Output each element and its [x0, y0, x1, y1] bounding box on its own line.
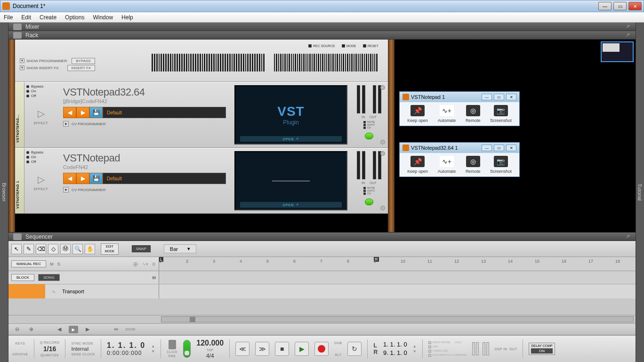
expand-icon[interactable]: ↗ — [624, 32, 631, 39]
preset-prev[interactable]: ◀ — [63, 107, 76, 118]
minimize-icon[interactable]: — — [482, 145, 492, 151]
menu-help[interactable]: Help — [121, 14, 133, 21]
menu-window[interactable]: Window — [93, 14, 113, 21]
wave-icon[interactable]: ∿▾ — [142, 262, 148, 266]
power-button[interactable] — [365, 133, 373, 139]
mixer-collapse[interactable] — [13, 24, 22, 30]
device-tab[interactable]: VSTNOTEPAD... — [15, 82, 24, 147]
horizontal-scrollbar[interactable] — [161, 316, 634, 322]
preset-name[interactable]: Default — [103, 107, 226, 118]
device-tab[interactable]: VSTNOTEPAD 1 — [15, 148, 24, 213]
metronome-icon[interactable] — [169, 340, 176, 349]
record-button[interactable] — [314, 342, 329, 356]
preset-next[interactable]: ▶ — [76, 107, 89, 118]
insertfx-button[interactable]: INSERT FX — [67, 65, 96, 71]
close-button[interactable]: ✕ — [628, 2, 642, 10]
transport-lane[interactable] — [159, 284, 636, 298]
menu-create[interactable]: Create — [40, 14, 56, 21]
tempo-value[interactable]: 120.000 — [196, 339, 224, 347]
zoom-h-icon[interactable]: ⇔ — [111, 326, 121, 333]
minimize-icon[interactable]: — — [482, 94, 492, 100]
restore-icon[interactable]: ▭ — [494, 145, 504, 151]
grid-icon[interactable]: ⊞ — [152, 262, 156, 266]
snap-value-select[interactable]: Bar▾ — [164, 244, 196, 253]
mode-check[interactable]: MODE — [342, 44, 356, 48]
forward-button[interactable]: ≫ — [255, 342, 269, 356]
song-button[interactable]: SONG — [38, 274, 60, 281]
expand-icon[interactable]: ↗ — [624, 24, 631, 30]
menu-file[interactable]: File — [4, 14, 13, 21]
rack-minimap[interactable] — [601, 41, 634, 62]
zoom-sel-icon[interactable]: ► — [69, 326, 78, 333]
block-button[interactable]: BLOCK — [11, 274, 34, 281]
remote-button[interactable]: ◎Remote — [466, 156, 481, 174]
zoom-next-icon[interactable]: ▶ — [83, 326, 92, 333]
solo-label[interactable]: S — [57, 262, 60, 266]
time-signature[interactable]: 4/4 — [206, 353, 214, 359]
screenshot-button[interactable]: 📷Screenshot — [490, 156, 512, 174]
restore-icon[interactable]: ▭ — [494, 94, 504, 100]
reset-check[interactable]: RESET — [363, 44, 378, 48]
rec-source-check[interactable]: REC SOURCE — [308, 44, 335, 48]
quantize-value[interactable]: 1/16 — [43, 345, 56, 353]
tutorial-tab[interactable]: Tutorial — [636, 23, 644, 362]
effect-icon[interactable]: ▷ — [34, 106, 48, 121]
close-icon[interactable]: ✕ — [506, 145, 516, 151]
cv-toggle[interactable]: ▶ — [63, 187, 69, 193]
mute-label[interactable]: M — [50, 262, 54, 266]
snap-button[interactable]: SNAP — [132, 245, 151, 252]
mute-tool[interactable]: Ⓜ — [60, 244, 71, 254]
minimize-button[interactable]: — — [598, 2, 612, 10]
sequencer-header[interactable]: Sequencer ↗ — [8, 233, 636, 241]
screenshot-button[interactable]: 📷Screenshot — [490, 105, 512, 123]
mute-button[interactable]: M — [153, 275, 156, 280]
zoom-out-icon[interactable]: ⊖ — [12, 326, 22, 333]
power-button[interactable] — [365, 199, 373, 205]
track-lane[interactable] — [159, 271, 636, 284]
preset-next[interactable]: ▶ — [76, 173, 89, 184]
device-screen[interactable]: VST Plugin OPEN↗ — [234, 85, 347, 145]
timeline-ruler[interactable]: L R 123456789101112131415161718 — [159, 257, 636, 271]
bypass-button[interactable]: BYPASS — [72, 58, 95, 64]
rack-header[interactable]: Rack ↗ — [8, 31, 636, 40]
show-programmer-toggle[interactable]: ▼ — [20, 58, 24, 63]
maximize-button[interactable]: ▭ — [613, 2, 627, 10]
rack-collapse[interactable] — [13, 32, 22, 39]
preset-prev[interactable]: ◀ — [63, 173, 76, 184]
loop-down[interactable]: ▼ — [413, 349, 417, 354]
keep-open-button[interactable]: 📌Keep open — [407, 156, 428, 174]
razor-tool[interactable]: ◇ — [48, 244, 58, 254]
pos-down[interactable]: ▼ — [151, 349, 155, 354]
loop-display[interactable]: 1. 1. 1. 0 9. 1. 1. 0 — [383, 340, 407, 357]
loop-up[interactable]: ▲ — [413, 344, 417, 348]
keep-open-button[interactable]: 📌Keep open — [407, 105, 428, 123]
menu-options[interactable]: Options — [65, 14, 84, 21]
zoom-prev-icon[interactable]: ◀ — [55, 326, 64, 333]
browser-tab[interactable]: Browser — [0, 23, 8, 362]
mixer-header[interactable]: Mixer ↗ — [8, 23, 636, 31]
delay-comp-toggle[interactable]: DELAY COMPON — [529, 343, 555, 355]
zoom-in-icon[interactable]: ⊕ — [26, 326, 36, 333]
device-screen[interactable]: OPEN↗ — [234, 151, 347, 210]
preset-save-icon[interactable]: 💾 — [89, 173, 103, 184]
sequencer-collapse[interactable] — [13, 233, 22, 240]
hand-tool[interactable]: ✋ — [85, 244, 95, 254]
eraser-tool[interactable]: ⌫ — [36, 244, 46, 254]
manual-rec-button[interactable]: MANUAL REC — [11, 260, 46, 267]
preset-save-icon[interactable]: 💾 — [89, 107, 103, 118]
pos-up[interactable]: ▲ — [151, 344, 155, 348]
click-level-slider[interactable] — [183, 340, 191, 358]
automate-button[interactable]: ∿+Automate — [438, 105, 456, 123]
rewind-button[interactable]: ≪ — [235, 342, 250, 356]
edit-mode-button[interactable]: EDIT MODE — [101, 243, 119, 255]
pointer-tool[interactable]: ↖ — [11, 244, 22, 254]
transport-tab[interactable] — [8, 284, 45, 298]
play-button[interactable]: ▶ — [295, 342, 309, 356]
menu-edit[interactable]: Edit — [21, 14, 31, 21]
effect-icon[interactable]: ▷ — [34, 172, 48, 186]
show-insertfx-toggle[interactable]: ▼ — [20, 65, 24, 70]
position-display[interactable]: 1. 1. 1. 0 0:00:00:000 — [107, 341, 145, 356]
stop-button[interactable]: ■ — [275, 342, 289, 356]
preset-name[interactable]: Default — [103, 173, 226, 184]
cv-toggle[interactable]: ▶ — [63, 121, 69, 127]
